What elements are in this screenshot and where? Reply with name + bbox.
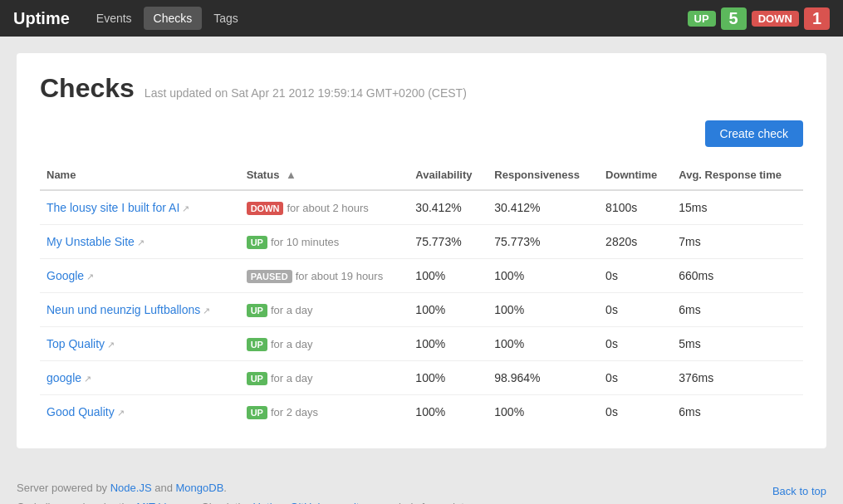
col-status[interactable]: Status ▲ [240, 160, 409, 190]
create-check-button[interactable]: Create check [705, 120, 803, 147]
cell-availability: 100% [409, 395, 488, 429]
status-badge: PAUSED [247, 270, 292, 283]
cell-responsiveness: 100% [488, 293, 599, 327]
checks-tbody: The lousy site I built for AI↗DOWNfor ab… [40, 190, 803, 428]
table-header-row: Name Status ▲ Availability Responsivenes… [40, 160, 803, 190]
col-responsiveness: Responsiveness [488, 160, 599, 190]
external-link-icon: ↗ [107, 340, 115, 350]
status-text: for 2 days [271, 406, 318, 418]
external-link-icon: ↗ [84, 374, 91, 384]
cell-avg-response: 660ms [672, 259, 803, 293]
cell-status: PAUSEDfor about 19 hours [240, 259, 409, 293]
powered-text: Server powered by [17, 482, 110, 494]
back-to-top-link[interactable]: Back to top [772, 485, 826, 497]
table-row: My Unstable Site↗UPfor 10 minutes75.773%… [40, 225, 803, 259]
period: . [223, 482, 227, 494]
cell-downtime: 0s [599, 293, 672, 327]
table-row: Google↗PAUSEDfor about 19 hours100%100%0… [40, 259, 803, 293]
check-name-link[interactable]: Google↗ [47, 269, 94, 282]
external-link-icon: ↗ [182, 203, 189, 213]
cell-availability: 100% [409, 327, 488, 361]
cell-avg-response: 6ms [672, 293, 803, 327]
check-name-link[interactable]: My Unstable Site↗ [47, 235, 145, 248]
col-availability: Availability [409, 160, 488, 190]
check-name-link[interactable]: Neun und neunzig Luftballons↗ [47, 303, 210, 316]
cell-name: Top Quality↗ [40, 327, 240, 361]
license-text: Code licensed under the [17, 501, 137, 504]
cell-responsiveness: 75.773% [488, 225, 599, 259]
external-link-icon: ↗ [137, 237, 145, 247]
nav-badges: UP 5 DOWN 1 [688, 7, 830, 30]
cell-downtime: 0s [599, 361, 672, 395]
footer-inner: Server powered by Node.JS and MongoDB. C… [17, 478, 826, 504]
and-text: and [152, 482, 176, 494]
nav-tags[interactable]: Tags [203, 7, 248, 30]
status-badge: UP [247, 338, 267, 351]
cell-name: Good Quality↗ [40, 395, 240, 429]
page-title: Checks [40, 73, 135, 104]
cell-name: google↗ [40, 361, 240, 395]
cell-name: Neun und neunzig Luftballons↗ [40, 293, 240, 327]
cell-responsiveness: 98.964% [488, 361, 599, 395]
table-row: Top Quality↗UPfor a day100%100%0s5ms [40, 327, 803, 361]
down-badge-label: DOWN [752, 11, 799, 27]
cell-responsiveness: 30.412% [488, 190, 599, 225]
cell-name: The lousy site I built for AI↗ [40, 190, 240, 225]
cell-availability: 100% [409, 293, 488, 327]
cell-avg-response: 6ms [672, 395, 803, 429]
external-link-icon: ↗ [203, 306, 210, 316]
status-text: for about 2 hours [287, 202, 368, 214]
external-link-icon: ↗ [86, 272, 94, 281]
cell-downtime: 0s [599, 395, 672, 429]
check-name-link[interactable]: Top Quality↗ [47, 337, 115, 350]
status-badge: UP [247, 406, 267, 419]
cell-status: UPfor 10 minutes [240, 225, 409, 259]
table-row: The lousy site I built for AI↗DOWNfor ab… [40, 190, 803, 225]
up-badge-label: UP [688, 11, 716, 27]
nav-events[interactable]: Events [86, 7, 142, 30]
main-wrapper: Checks Last updated on Sat Apr 21 2012 1… [0, 37, 843, 465]
up-badge-count: 5 [721, 7, 747, 30]
cell-status: UPfor a day [240, 327, 409, 361]
nav-brand: Uptime [13, 9, 70, 28]
check-name-link[interactable]: Good Quality↗ [47, 405, 125, 418]
status-badge: UP [247, 236, 267, 249]
cell-status: DOWNfor about 2 hours [240, 190, 409, 225]
cell-availability: 30.412% [409, 190, 488, 225]
nav-links: Events Checks Tags [86, 7, 688, 30]
check-name-link[interactable]: google↗ [47, 371, 91, 384]
cell-downtime: 8100s [599, 190, 672, 225]
content-box: Checks Last updated on Sat Apr 21 2012 1… [17, 53, 826, 448]
cell-avg-response: 7ms [672, 225, 803, 259]
mongodb-link[interactable]: MongoDB [176, 482, 224, 494]
tail-text: regularly for updates. [374, 501, 478, 504]
cell-status: UPfor a day [240, 361, 409, 395]
table-row: Good Quality↗UPfor 2 days100%100%0s6ms [40, 395, 803, 429]
cell-avg-response: 5ms [672, 327, 803, 361]
cell-availability: 75.773% [409, 225, 488, 259]
cell-avg-response: 376ms [672, 361, 803, 395]
cell-downtime: 0s [599, 327, 672, 361]
checks-table: Name Status ▲ Availability Responsivenes… [40, 160, 803, 428]
mit-link[interactable]: MIT License [137, 501, 196, 504]
check-text: . Check the [195, 501, 252, 504]
github-link[interactable]: Uptime GitHub repository [253, 501, 375, 504]
cell-availability: 100% [409, 361, 488, 395]
nav-checks[interactable]: Checks [144, 7, 203, 30]
status-badge: UP [247, 372, 267, 385]
status-text: for about 19 hours [296, 270, 384, 282]
table-row: Neun und neunzig Luftballons↗UPfor a day… [40, 293, 803, 327]
sort-arrow: ▲ [286, 169, 297, 181]
col-name: Name [40, 160, 240, 190]
page-header: Checks Last updated on Sat Apr 21 2012 1… [40, 73, 803, 104]
last-updated: Last updated on Sat Apr 21 2012 19:59:14… [145, 86, 467, 100]
cell-responsiveness: 100% [488, 395, 599, 429]
check-name-link[interactable]: The lousy site I built for AI↗ [47, 201, 189, 214]
status-text: for a day [271, 304, 313, 316]
nodejs-link[interactable]: Node.JS [110, 482, 152, 494]
footer-line-2: Code licensed under the MIT License. Che… [17, 497, 478, 504]
status-badge: DOWN [247, 202, 284, 215]
cell-availability: 100% [409, 259, 488, 293]
cell-status: UPfor a day [240, 293, 409, 327]
external-link-icon: ↗ [117, 408, 125, 418]
